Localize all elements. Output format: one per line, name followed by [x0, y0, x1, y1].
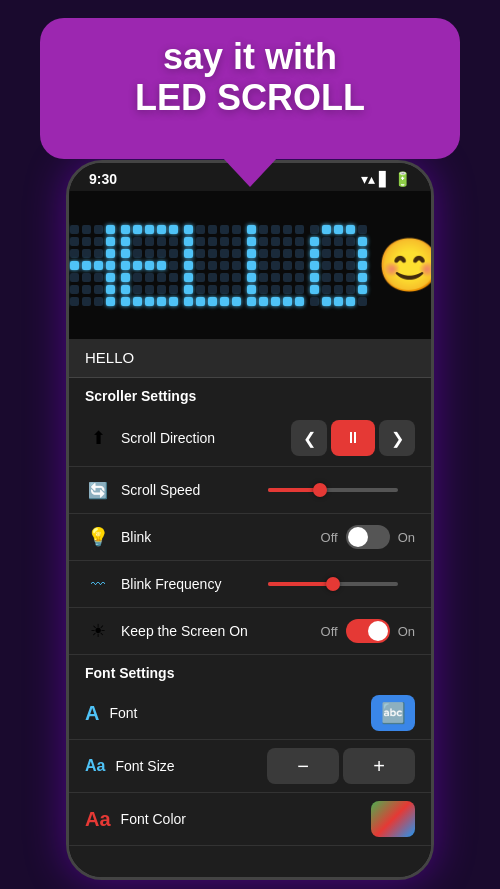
- blink-row: 💡 Blink Off On: [69, 514, 431, 561]
- banner-line1: say it with: [163, 36, 337, 77]
- scroll-direction-row: ⬆ Scroll Direction ❮ ⏸ ❯: [69, 410, 431, 467]
- led-emoji: 😊: [377, 235, 431, 296]
- font-color-button[interactable]: [371, 801, 415, 837]
- app-banner: say it with LED SCROLL: [40, 18, 460, 159]
- blink-on-label: On: [398, 530, 415, 545]
- font-icon: A: [85, 702, 99, 725]
- keep-screen-on-label: On: [398, 624, 415, 639]
- status-time: 9:30: [89, 171, 117, 187]
- scroll-direction-icon: ⬆: [85, 425, 111, 451]
- scroll-direction-label: Scroll Direction: [121, 430, 291, 446]
- font-size-controls: − +: [267, 748, 415, 784]
- settings-panel: Scroller Settings ⬆ Scroll Direction ❮ ⏸…: [69, 378, 431, 877]
- wifi-icon: ▾▴: [361, 171, 375, 187]
- keep-screen-toggle-thumb: [368, 621, 388, 641]
- blink-label: Blink: [121, 529, 321, 545]
- led-display: 😊: [69, 191, 431, 339]
- font-size-icon: Aa: [85, 757, 105, 775]
- text-input-value: HELLO: [85, 349, 134, 366]
- keep-screen-toggle-container: Off On: [321, 619, 415, 643]
- led-letter-l2: [247, 225, 304, 306]
- blink-frequency-row: 〰 Blink Frequency: [69, 561, 431, 608]
- keep-screen-toggle[interactable]: [346, 619, 390, 643]
- blink-off-label: Off: [321, 530, 338, 545]
- font-row: A Font 🔤: [69, 687, 431, 740]
- led-letter-e: [121, 225, 178, 306]
- keep-screen-icon: ☀: [85, 618, 111, 644]
- blink-frequency-thumb[interactable]: [326, 577, 340, 591]
- blink-toggle-thumb: [348, 527, 368, 547]
- blink-toggle[interactable]: [346, 525, 390, 549]
- led-text-container: 😊: [69, 225, 431, 306]
- blink-frequency-icon: 〰: [85, 571, 111, 597]
- signal-icon: ▋: [379, 171, 390, 187]
- keep-screen-off-label: Off: [321, 624, 338, 639]
- scroll-speed-icon: 🔄: [85, 477, 111, 503]
- blink-icon: 💡: [85, 524, 111, 550]
- font-size-row: Aa Font Size − +: [69, 740, 431, 793]
- direction-controls: ❮ ⏸ ❯: [291, 420, 415, 456]
- font-color-icon: Aa: [85, 808, 111, 831]
- font-size-label: Font Size: [115, 758, 267, 774]
- font-size-increase-button[interactable]: +: [343, 748, 415, 784]
- scroll-speed-thumb[interactable]: [313, 483, 327, 497]
- blink-frequency-slider[interactable]: [268, 582, 415, 586]
- font-size-decrease-button[interactable]: −: [267, 748, 339, 784]
- font-select-button[interactable]: 🔤: [371, 695, 415, 731]
- blink-frequency-fill: [268, 582, 333, 586]
- phone-frame: 9:30 ▾▴ ▋ 🔋: [66, 160, 434, 880]
- blink-toggle-container: Off On: [321, 525, 415, 549]
- font-color-row: Aa Font Color: [69, 793, 431, 846]
- font-color-label: Font Color: [121, 811, 371, 827]
- banner-line2: LED SCROLL: [135, 77, 365, 118]
- direction-left-button[interactable]: ❮: [291, 420, 327, 456]
- status-icons: ▾▴ ▋ 🔋: [361, 171, 411, 187]
- text-input-bar[interactable]: HELLO: [69, 339, 431, 378]
- font-settings-header: Font Settings: [69, 655, 431, 687]
- direction-right-button[interactable]: ❯: [379, 420, 415, 456]
- battery-icon: 🔋: [394, 171, 411, 187]
- blink-frequency-label: Blink Frequency: [121, 576, 268, 592]
- blink-frequency-track: [268, 582, 398, 586]
- scroller-settings-header: Scroller Settings: [69, 378, 431, 410]
- direction-pause-button[interactable]: ⏸: [331, 420, 375, 456]
- scroll-speed-row: 🔄 Scroll Speed: [69, 467, 431, 514]
- font-label: Font: [109, 705, 371, 721]
- keep-screen-on-row: ☀ Keep the Screen On Off On: [69, 608, 431, 655]
- keep-screen-label: Keep the Screen On: [121, 623, 321, 639]
- banner-text: say it with LED SCROLL: [64, 36, 436, 119]
- led-letter-o: [310, 225, 367, 306]
- scroll-speed-track: [268, 488, 398, 492]
- led-letter-h: [69, 225, 115, 306]
- scroll-speed-slider[interactable]: [268, 488, 415, 492]
- scroll-speed-label: Scroll Speed: [121, 482, 268, 498]
- led-letter-l1: [184, 225, 241, 306]
